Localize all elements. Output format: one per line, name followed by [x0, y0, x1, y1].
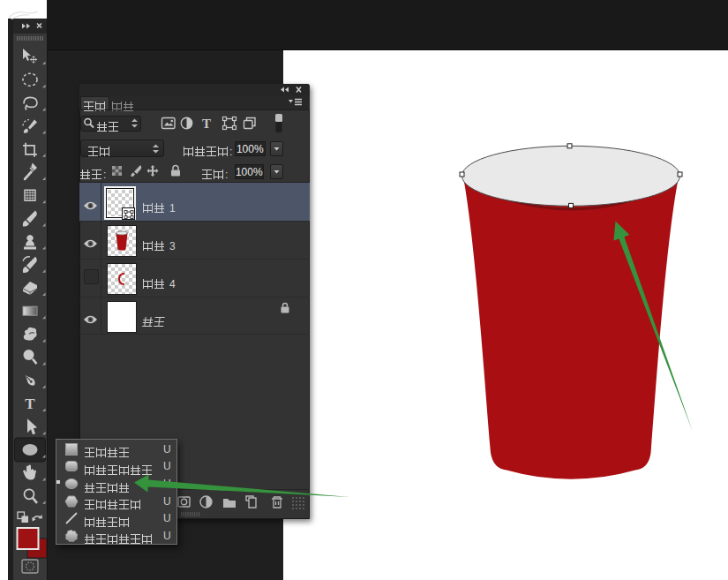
svg-text:T: T	[25, 395, 35, 412]
svg-text:T: T	[202, 117, 211, 131]
